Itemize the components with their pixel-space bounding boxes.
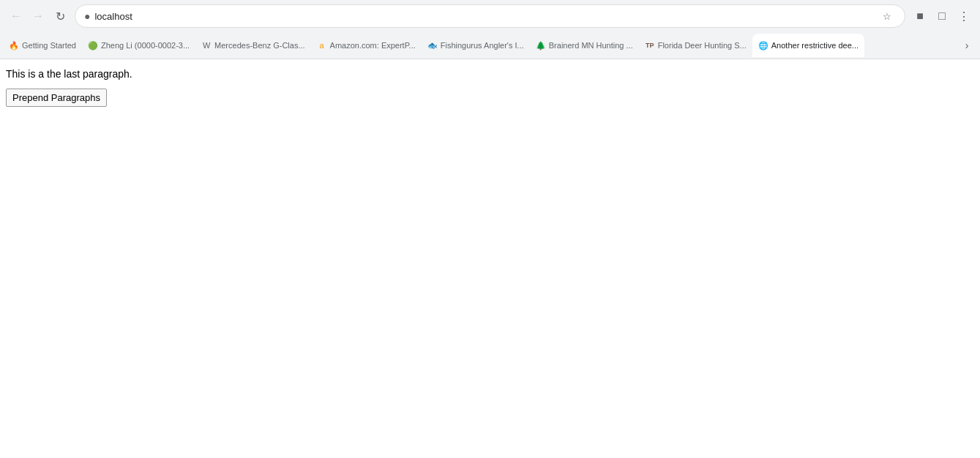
address-actions: ☆ — [878, 7, 896, 25]
tab-fishingurus[interactable]: 🐟Fishingurus Angler's I... — [422, 34, 530, 57]
last-paragraph: This is a the last paragraph. — [6, 68, 974, 80]
tab-another[interactable]: 🌐Another restrictive dee... — [752, 34, 864, 57]
tab-amazon-label: Amazon.com: ExpertP... — [330, 41, 416, 50]
tab-getting-started[interactable]: 🔥Getting Started — [3, 34, 82, 57]
address-text: localhost — [94, 11, 874, 22]
tab-florida-deer[interactable]: TPFlorida Deer Hunting S... — [639, 34, 752, 57]
back-button[interactable]: ← — [6, 6, 26, 26]
menu-button[interactable]: ⋮ — [954, 6, 974, 26]
top-bar: ← → ↻ ● localhost ☆ ■ □ ⋮ — [0, 0, 980, 32]
tab-zheng-li-label: Zheng Li (0000-0002-3... — [101, 41, 190, 50]
tab-brainerd[interactable]: 🌲Brainerd MN Hunting ... — [530, 34, 639, 57]
prepend-paragraphs-button[interactable]: Prepend Paragraphs — [6, 89, 107, 107]
tab-fishingurus-label: Fishingurus Angler's I... — [441, 41, 524, 50]
tab-florida-deer-label: Florida Deer Hunting S... — [658, 41, 747, 50]
tab-fishingurus-favicon: 🐟 — [427, 40, 438, 50]
tab-zheng-li[interactable]: 🟢Zheng Li (0000-0002-3... — [82, 34, 195, 57]
page-content: This is a the last paragraph. Prepend Pa… — [0, 59, 980, 458]
security-icon: ● — [84, 10, 90, 22]
extensions-icon[interactable]: □ — [932, 6, 952, 26]
tab-mercedes[interactable]: WMercedes-Benz G-Clas... — [195, 34, 310, 57]
tab-another-favicon: 🌐 — [758, 40, 768, 50]
tab-amazon[interactable]: aAmazon.com: ExpertP... — [311, 34, 422, 57]
tab-getting-started-favicon: 🔥 — [9, 40, 19, 50]
firefox-account-icon[interactable]: ■ — [910, 6, 930, 26]
address-bar-container[interactable]: ● localhost ☆ — [75, 4, 905, 28]
browser-actions: ■ □ ⋮ — [910, 6, 974, 26]
scroll-tabs-right-button[interactable]: › — [957, 35, 977, 56]
tab-brainerd-favicon: 🌲 — [536, 40, 546, 50]
tab-mercedes-label: Mercedes-Benz G-Clas... — [214, 41, 304, 50]
forward-button[interactable]: → — [28, 6, 48, 26]
tab-another-label: Another restrictive dee... — [771, 41, 859, 50]
reload-button[interactable]: ↻ — [50, 6, 70, 26]
nav-buttons: ← → ↻ — [6, 6, 70, 26]
tab-getting-started-label: Getting Started — [22, 41, 76, 50]
tab-florida-deer-favicon: TP — [645, 40, 655, 50]
browser-chrome: ← → ↻ ● localhost ☆ ■ □ ⋮ 🔥Getting Start… — [0, 0, 980, 59]
tab-mercedes-favicon: W — [201, 40, 212, 50]
tab-brainerd-label: Brainerd MN Hunting ... — [549, 41, 633, 50]
bookmark-icon[interactable]: ☆ — [878, 7, 896, 25]
tabs-bar: 🔥Getting Started🟢Zheng Li (0000-0002-3..… — [0, 32, 980, 59]
tab-zheng-li-favicon: 🟢 — [88, 40, 98, 50]
tab-amazon-favicon: a — [317, 40, 327, 50]
